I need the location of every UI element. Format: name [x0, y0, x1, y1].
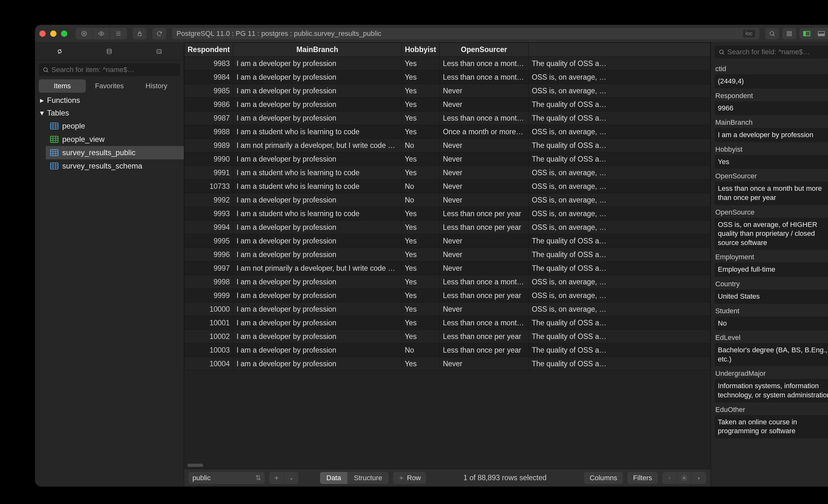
prev-page-button[interactable]: ‹ — [662, 472, 677, 484]
preview-icon[interactable] — [93, 28, 110, 39]
field-value[interactable]: Less than once a month but more than onc… — [715, 181, 828, 205]
database-tab-icon[interactable] — [100, 46, 119, 57]
sidebar-search[interactable] — [39, 64, 180, 76]
table-row[interactable]: 9995I am a developer by professionYesNev… — [184, 234, 710, 248]
search-icon — [718, 49, 725, 55]
tab-data[interactable]: Data — [320, 472, 347, 484]
cancel-icon[interactable] — [76, 28, 93, 39]
field-name: Respondent — [715, 92, 753, 100]
field-value[interactable]: No⌄ — [715, 317, 828, 331]
data-grid[interactable]: RespondentMainBranchHobbyistOpenSourcer … — [184, 43, 710, 469]
field-value[interactable]: Bachelor's degree (BA, BS, B.Eng., etc.)… — [715, 343, 828, 366]
table-row[interactable]: 9999I am a developer by professionYesLes… — [184, 289, 710, 302]
field-value[interactable]: 9966⌄ — [715, 101, 828, 116]
main: RespondentMainBranchHobbyistOpenSourcer … — [184, 43, 710, 487]
field-value[interactable]: Yes⌄ — [715, 155, 828, 169]
table-row[interactable]: 9991I am a student who is learning to co… — [184, 166, 710, 180]
column-header[interactable]: OpenSourcer — [440, 43, 528, 57]
caret-down-icon: ▾ — [40, 109, 44, 117]
tree-section-functions[interactable]: ▸ Functions — [35, 94, 184, 107]
lock-icon[interactable] — [133, 28, 147, 39]
search-icon[interactable] — [765, 28, 779, 39]
sidebar-filters: ItemsFavoritesHistory — [35, 79, 184, 93]
sidebar-item-survey_results_public[interactable]: survey_results_public — [46, 146, 184, 159]
field-name: EduOther — [715, 406, 745, 414]
breadcrumb[interactable]: PostgreSQL 11.0 : PG 11 : postgres : pub… — [172, 28, 759, 39]
next-page-button[interactable]: › — [692, 472, 706, 484]
field-value[interactable]: Information systems, information technol… — [715, 379, 828, 402]
field-name: ctid — [715, 65, 726, 73]
add-row-button[interactable]: Row — [393, 472, 426, 484]
field-name: Country — [715, 280, 740, 288]
inspector-search[interactable] — [715, 46, 828, 58]
table-row[interactable]: 9986I am a developer by professionYesNev… — [184, 98, 710, 112]
table-row[interactable]: 10001I am a developer by professionYesLe… — [184, 316, 710, 330]
svg-rect-5 — [790, 32, 791, 33]
field-value[interactable]: (2449,4) — [715, 74, 828, 89]
sidebar-filter-history[interactable]: History — [133, 79, 180, 93]
sql-tab-icon[interactable]: SQL — [150, 46, 169, 57]
tree-section-tables[interactable]: ▾ Tables — [35, 107, 184, 119]
page-settings-button[interactable] — [677, 472, 692, 484]
filters-button[interactable]: Filters — [627, 472, 658, 484]
column-header[interactable]: Respondent — [184, 43, 233, 57]
grid-icon[interactable] — [782, 28, 796, 39]
table-row[interactable]: 10004I am a developer by professionYesNe… — [184, 357, 710, 371]
sidebar-search-input[interactable] — [51, 66, 176, 74]
table-row[interactable]: 9997I am not primarily a developer, but … — [184, 261, 710, 275]
table-row[interactable]: 9985I am a developer by professionYesNev… — [184, 84, 710, 98]
refresh-icon[interactable] — [152, 28, 166, 39]
field-value[interactable]: OSS is, on average, of HIGHER quality th… — [715, 218, 828, 250]
table-row[interactable]: 9990I am a developer by professionYesNev… — [184, 152, 710, 166]
view-mode-segment: DataStructure — [320, 472, 388, 484]
table-icon — [50, 123, 58, 129]
body: SQL ItemsFavoritesHistory ▸ Functions ▾ … — [35, 43, 828, 487]
column-header[interactable]: MainBranch — [233, 43, 401, 57]
columns-button[interactable]: Columns — [584, 472, 623, 484]
table-row[interactable]: 9993I am a student who is learning to co… — [184, 207, 710, 220]
field-UndergradMajor: UndergradMajortextInformation systems, i… — [715, 368, 828, 402]
column-header[interactable] — [528, 43, 710, 57]
schema-select[interactable]: public ⇅ — [189, 472, 265, 484]
table-row[interactable]: 10002I am a developer by professionYesLe… — [184, 330, 710, 343]
layout-left-panel-button[interactable] — [799, 28, 814, 39]
table-row[interactable]: 10733I am a student who is learning to c… — [184, 180, 710, 193]
sidebar-filter-items[interactable]: Items — [39, 79, 86, 93]
add-button[interactable] — [269, 472, 284, 484]
field-value[interactable]: Taken an online course in programming or… — [715, 415, 828, 438]
table-row[interactable]: 9983I am a developer by professionYesLes… — [184, 57, 710, 71]
table-row[interactable]: 9998I am a developer by professionYesLes… — [184, 275, 710, 289]
inspector-search-input[interactable] — [728, 48, 828, 56]
layout-bottom-panel-button[interactable] — [814, 28, 828, 39]
horizontal-scrollbar[interactable] — [187, 464, 203, 467]
field-value[interactable]: I am a developer by profession⌄ — [715, 128, 828, 142]
table-row[interactable]: 9987I am a developer by professionYesLes… — [184, 112, 710, 125]
close-window-button[interactable] — [39, 31, 46, 37]
sidebar-item-people_view[interactable]: people_view — [46, 133, 184, 146]
table-row[interactable]: 9996I am a developer by professionYesNev… — [184, 248, 710, 261]
tab-structure[interactable]: Structure — [347, 472, 388, 484]
zoom-window-button[interactable] — [61, 31, 67, 37]
sidebar-item-survey_results_schema[interactable]: survey_results_schema — [46, 159, 184, 173]
list-icon[interactable] — [110, 28, 127, 39]
field-value[interactable]: Employed full-time⌄ — [715, 262, 828, 277]
table-row[interactable]: 9988I am a student who is learning to co… — [184, 125, 710, 139]
window-controls — [39, 31, 67, 37]
sidebar-item-people[interactable]: people — [46, 119, 184, 133]
table-row[interactable]: 9989I am not primarily a developer, but … — [184, 139, 710, 152]
add-menu-button[interactable]: ⌄ — [284, 472, 298, 484]
table-row[interactable]: 10000I am a developer by professionYesNe… — [184, 302, 710, 316]
connection-tab-icon[interactable] — [50, 46, 69, 57]
table-row[interactable]: 10003I am a developer by professionNoLes… — [184, 343, 710, 357]
chevron-right-icon: › — [698, 475, 699, 481]
table-row[interactable]: 9994I am a developer by professionYesLes… — [184, 220, 710, 234]
field-name: OpenSource — [715, 208, 755, 216]
column-header[interactable]: Hobbyist — [401, 43, 440, 57]
svg-rect-6 — [787, 34, 789, 36]
table-row[interactable]: 9992I am a developer by professionNoNeve… — [184, 193, 710, 207]
field-value[interactable]: United States⌄ — [715, 289, 828, 304]
sidebar: SQL ItemsFavoritesHistory ▸ Functions ▾ … — [35, 43, 184, 487]
minimize-window-button[interactable] — [50, 31, 56, 37]
table-row[interactable]: 9984I am a developer by professionYesLes… — [184, 71, 710, 84]
sidebar-filter-favorites[interactable]: Favorites — [86, 79, 133, 93]
